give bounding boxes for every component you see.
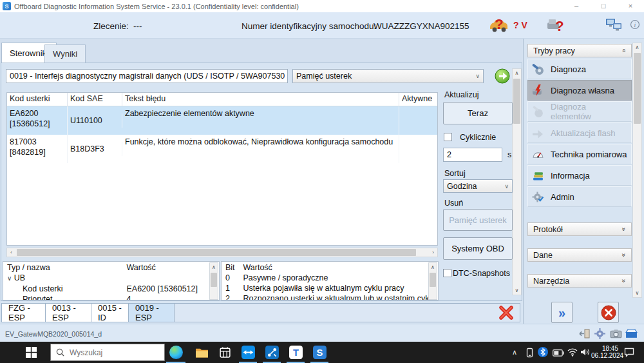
function-select[interactable]: Pamięć usterek ∨ — [292, 69, 484, 83]
sidebar-scrollbar[interactable]: ∧ ∨ — [632, 43, 642, 298]
forward-button[interactable]: » — [551, 302, 573, 323]
action-center-icon[interactable] — [624, 348, 634, 359]
sidebar-item-informacja[interactable]: Informacja — [527, 165, 632, 186]
scroll-thumb[interactable] — [513, 79, 520, 124]
col-aktywne[interactable]: Aktywne — [399, 93, 437, 106]
section-protokol[interactable]: Protokół » — [527, 222, 632, 236]
close-controller-icon[interactable] — [498, 305, 515, 322]
expand-down-icon[interactable]: » — [621, 228, 628, 231]
bluetooth-icon[interactable] — [538, 347, 548, 359]
tray-clock[interactable]: 18:45 06.12.2024 — [591, 345, 618, 359]
table-horizontal-scrollbar[interactable]: ‹ › — [6, 248, 438, 257]
scroll-thumb[interactable] — [634, 53, 641, 124]
tab-sterowniki-label: Sterowniki — [10, 48, 48, 58]
expand-down-icon[interactable]: » — [621, 253, 628, 257]
scroll-left-icon[interactable]: ‹ — [7, 248, 15, 257]
instance-tab-0015-id[interactable]: 0015 - ID — [91, 304, 129, 322]
scroll-thumb[interactable] — [17, 249, 416, 256]
info-icon[interactable]: i — [630, 19, 640, 32]
scroll-up-icon[interactable]: ∧ — [513, 69, 521, 77]
t-app-icon[interactable]: T — [289, 345, 303, 359]
odis-taskbar-icon[interactable]: S — [312, 345, 327, 359]
scroll-thumb[interactable] — [430, 273, 436, 287]
table-row[interactable]: 817003[8482819] B18D3F3 Funkcje, które m… — [7, 135, 437, 163]
sidebar-item-aktualizacja-flash[interactable]: Aktualizacja flash — [527, 123, 632, 143]
interval-unit-label: s — [507, 150, 511, 159]
expand-down-icon[interactable]: » — [621, 279, 628, 283]
detail-name-header[interactable]: Typ / nazwa — [7, 262, 124, 273]
tab-wyniki[interactable]: Wyniki — [44, 44, 86, 63]
information-icon — [532, 170, 544, 182]
search-input[interactable] — [70, 348, 147, 357]
col-tekst-bledu[interactable]: Tekst błędu — [122, 93, 399, 106]
taskbar: T S ∧ — [0, 342, 644, 363]
usb-device-icon[interactable] — [526, 348, 533, 360]
sidebar-item-diagnoza-elementow[interactable]: Diagnoza elementów — [527, 101, 632, 122]
sidebar-item-admin[interactable]: Admin — [527, 186, 632, 207]
sidebar-item-diagnoza[interactable]: Diagnoza — [527, 59, 632, 79]
order-label: Zlecenie: — [93, 21, 129, 31]
scroll-thumb[interactable] — [211, 273, 217, 287]
file-explorer-icon[interactable] — [194, 345, 209, 359]
run-function-button[interactable] — [494, 68, 511, 86]
bit-value-header[interactable]: Wartość — [243, 263, 272, 272]
tab-wyniki-label: Wyniki — [53, 49, 77, 59]
dtc-sae: U110100 — [68, 113, 122, 128]
battery-icon[interactable] — [553, 349, 564, 358]
col-kod-sae[interactable]: Kod SAE — [68, 93, 122, 106]
instance-tab-fzg-esp[interactable]: FZG - ESP — [2, 304, 46, 322]
systemy-obd-button[interactable]: Systemy OBD — [443, 237, 513, 260]
svg-text:i: i — [634, 21, 636, 28]
exit-button[interactable] — [598, 302, 619, 323]
volume-icon[interactable] — [580, 348, 590, 358]
sidebar-item-technika-pomiarowa[interactable]: Technika pomiarowa — [527, 144, 632, 164]
tree-expanded-icon[interactable]: ∨ — [7, 275, 12, 282]
restore-button[interactable]: □ — [590, 0, 617, 12]
main-vertical-scrollbar[interactable]: ∧ ∨ — [512, 68, 522, 295]
bit-header[interactable]: Bit — [225, 262, 241, 273]
section-narzedzia[interactable]: Narzędzia » — [527, 274, 632, 288]
usun-pamiec-usterek-button[interactable]: Pamięć usterek — [443, 209, 513, 231]
instance-tab-label: FZG - ESP — [8, 303, 39, 322]
sidebar-item-diagnoza-wlasna[interactable]: Diagnoza własna — [527, 80, 632, 101]
scroll-up-icon[interactable]: ∧ — [210, 263, 218, 271]
scroll-up-icon[interactable]: ∧ — [429, 263, 437, 271]
screenshot-camera-icon[interactable] — [610, 329, 622, 340]
scroll-down-icon[interactable]: ∨ — [513, 286, 521, 295]
dtc-snapshots-checkbox[interactable] — [443, 269, 451, 277]
network-connection-icon[interactable] — [605, 17, 623, 35]
scroll-up-icon[interactable]: ∧ — [633, 43, 641, 52]
teraz-button[interactable]: Teraz — [443, 102, 513, 124]
edge-browser-icon[interactable] — [169, 345, 183, 359]
vci-connector-icon[interactable] — [265, 345, 279, 359]
collapse-up-icon[interactable]: » — [621, 49, 628, 53]
taskbar-search[interactable] — [50, 344, 165, 361]
tryby-pracy-header[interactable]: Tryby pracy » — [527, 44, 632, 57]
tree-root-label[interactable]: UB — [14, 273, 25, 282]
scroll-right-icon[interactable]: › — [429, 248, 437, 257]
tray-expand-icon[interactable]: ∧ — [512, 348, 517, 357]
scroll-down-icon[interactable]: ∨ — [633, 289, 641, 297]
sort-select[interactable]: Godzina ∨ — [443, 179, 513, 193]
teamviewer-icon[interactable] — [241, 345, 255, 359]
minimize-button[interactable]: – — [563, 0, 590, 12]
section-dane[interactable]: Dane » — [527, 248, 632, 262]
col-kod-usterki[interactable]: Kod usterki — [7, 93, 68, 106]
store-app-icon[interactable] — [218, 345, 232, 359]
wifi-icon[interactable] — [567, 348, 578, 358]
detail-tree-scrollbar[interactable]: ∧ — [209, 262, 218, 300]
vci-help-icon[interactable]: ? — [546, 16, 565, 35]
data-box-icon[interactable] — [625, 328, 638, 340]
start-button[interactable] — [26, 347, 37, 360]
interval-input[interactable] — [443, 148, 502, 162]
settings-gear-icon[interactable] — [594, 328, 606, 342]
instance-tab-0019-esp[interactable]: 0019 - ESP — [129, 304, 175, 322]
instance-tab-0013-esp[interactable]: 0013 - ESP — [46, 304, 91, 322]
detail-bits-scrollbar[interactable]: ∧ — [428, 262, 437, 300]
table-row[interactable]: EA6200[15360512] U110100 Zabezpieczenie … — [7, 106, 437, 135]
logout-door-icon[interactable] — [578, 328, 591, 341]
cyklicznie-checkbox[interactable] — [444, 133, 452, 141]
detail-value-header[interactable]: Wartość — [126, 263, 155, 272]
close-button[interactable]: × — [617, 0, 644, 12]
vehicle-help-icon[interactable]: ? — [488, 17, 509, 35]
